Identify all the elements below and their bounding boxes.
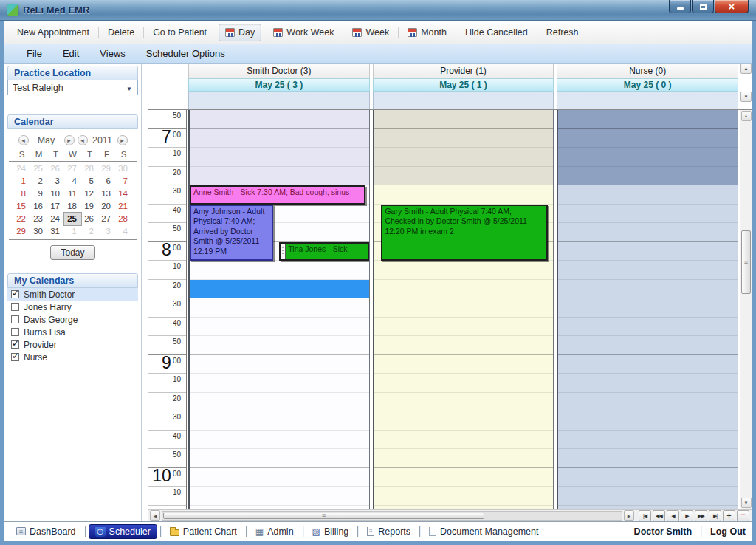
resource-header-nurse-0[interactable]: Nurse (0) xyxy=(557,64,738,78)
taskbar-item-admin[interactable]: Admin xyxy=(250,525,300,538)
calendar-day-cell[interactable]: 30 xyxy=(115,162,132,175)
time-slot[interactable] xyxy=(374,261,554,280)
checkbox-icon[interactable] xyxy=(11,290,19,298)
calendar-day-cell[interactable]: 27 xyxy=(64,162,81,175)
grid-column-1[interactable]: Gary Smith - Adult Physical 7:40 AM; Che… xyxy=(373,110,554,509)
time-slot[interactable] xyxy=(374,298,554,318)
checkbox-icon[interactable] xyxy=(11,328,19,336)
time-slot[interactable] xyxy=(190,129,369,148)
calendar-day-cell[interactable]: 7 xyxy=(115,175,132,188)
allday-scroll-up-button[interactable] xyxy=(740,64,752,74)
horizontal-scrollbar[interactable]: |◀◀◀◀▶▶▶▶|+− xyxy=(148,509,752,521)
calendar-day-cell[interactable]: 28 xyxy=(115,213,132,225)
next-year-button[interactable] xyxy=(117,135,128,145)
time-slot[interactable] xyxy=(558,261,738,280)
time-slot[interactable] xyxy=(374,280,554,299)
calendar-list-item-provider[interactable]: Provider xyxy=(7,338,138,351)
time-slot[interactable] xyxy=(374,393,554,412)
calendar-day-cell[interactable]: 1 xyxy=(13,175,30,188)
time-slot[interactable] xyxy=(190,393,369,412)
appointment[interactable]: Anne Smith - Sick 7:30 AM; Bad cough, si… xyxy=(190,185,365,205)
scroll-down-button[interactable] xyxy=(741,498,752,508)
navigator-button[interactable]: ▶| xyxy=(709,510,721,521)
calendar-day-cell[interactable]: 27 xyxy=(98,213,115,225)
toolbar-button-week[interactable]: Week xyxy=(346,24,396,41)
checkbox-icon[interactable] xyxy=(11,303,19,311)
toolbar-button-work-week[interactable]: Work Week xyxy=(267,24,340,41)
minimize-button[interactable] xyxy=(669,0,691,13)
toolbar-button-refresh[interactable]: Refresh xyxy=(540,24,585,41)
time-slot[interactable] xyxy=(374,355,554,374)
calendar-list-item-nurse[interactable]: Nurse xyxy=(7,351,138,363)
toolbar-button-hide-cancelled[interactable]: Hide Cancelled xyxy=(458,24,535,41)
calendar-day-cell[interactable]: 18 xyxy=(64,200,81,213)
time-slot[interactable] xyxy=(558,242,738,261)
navigator-button[interactable]: ◀◀ xyxy=(653,510,665,521)
time-slot[interactable] xyxy=(558,487,738,506)
taskbar-item-patient-chart[interactable]: Patient Chart xyxy=(164,525,243,538)
toolbar-button-go-to-patient[interactable]: Go to Patient xyxy=(146,24,213,41)
menu-scheduler-options[interactable]: Scheduler Options xyxy=(137,46,234,61)
calendar-day-cell[interactable]: 4 xyxy=(64,175,81,188)
navigator-button[interactable]: ▶▶ xyxy=(695,510,707,521)
navigator-button[interactable]: + xyxy=(723,510,735,521)
calendar-day-cell[interactable]: 4 xyxy=(115,225,132,238)
toolbar-button-delete[interactable]: Delete xyxy=(101,24,141,41)
toolbar-button-new-appointment[interactable]: New Appointment xyxy=(10,24,96,41)
time-slot[interactable] xyxy=(558,110,738,129)
allday-scroll-down-button[interactable] xyxy=(740,92,752,102)
vertical-scroll-track[interactable] xyxy=(740,121,752,498)
calendar-day-cell[interactable]: 22 xyxy=(13,213,30,225)
calendar-day-cell[interactable]: 2 xyxy=(30,175,47,188)
calendar-day-cell[interactable]: 25 xyxy=(64,213,81,225)
time-slot[interactable] xyxy=(374,449,554,468)
taskbar-item-dashboard[interactable]: DashBoard xyxy=(10,525,82,538)
next-month-button[interactable] xyxy=(64,135,75,145)
calendar-day-cell[interactable]: 31 xyxy=(47,225,64,238)
appointment[interactable]: Amy Johnson - Adult Physical 7:40 AM; Ar… xyxy=(190,205,273,261)
calendar-day-cell[interactable]: 20 xyxy=(98,200,115,213)
calendar-day-cell[interactable]: 26 xyxy=(47,162,64,175)
checkbox-icon[interactable] xyxy=(11,353,19,361)
calendar-list-item-burns-lisa[interactable]: Burns Lisa xyxy=(7,326,138,338)
scroll-up-button[interactable] xyxy=(741,111,752,121)
time-slot[interactable] xyxy=(558,431,738,450)
time-slot[interactable] xyxy=(190,355,369,374)
today-button[interactable]: Today xyxy=(50,245,94,260)
navigator-button[interactable]: ◀ xyxy=(667,510,679,521)
appointment[interactable]: Tina Jones - Sick xyxy=(279,242,368,261)
time-slot[interactable] xyxy=(558,223,738,242)
allday-cell-2[interactable] xyxy=(557,92,738,109)
prev-year-button[interactable] xyxy=(78,135,88,145)
calendar-day-cell[interactable]: 23 xyxy=(30,213,47,225)
time-slot[interactable] xyxy=(374,336,554,355)
calendar-day-cell[interactable]: 29 xyxy=(98,162,115,175)
time-slot[interactable] xyxy=(558,280,738,299)
calendar-list-item-davis-george[interactable]: Davis George xyxy=(7,313,138,326)
appointment[interactable]: Gary Smith - Adult Physical 7:40 AM; Che… xyxy=(381,205,548,261)
calendar-day-cell[interactable]: 13 xyxy=(98,188,115,200)
calendar-list-item-smith-doctor[interactable]: Smith Doctor xyxy=(7,288,138,301)
checkbox-icon[interactable] xyxy=(11,340,19,349)
allday-cell-1[interactable] xyxy=(373,92,554,109)
calendar-day-cell[interactable]: 3 xyxy=(47,175,64,188)
time-slot[interactable] xyxy=(190,298,369,318)
time-slot[interactable] xyxy=(374,468,554,487)
calendar-day-cell[interactable]: 24 xyxy=(47,213,64,225)
time-slot[interactable] xyxy=(558,318,738,337)
calendar-day-cell[interactable]: 16 xyxy=(30,200,47,213)
calendar-day-cell[interactable]: 6 xyxy=(98,175,115,188)
appointment-drag-handle[interactable] xyxy=(281,244,286,260)
calendar-day-cell[interactable]: 10 xyxy=(47,188,64,200)
menu-edit[interactable]: Edit xyxy=(54,46,88,61)
time-slot[interactable] xyxy=(190,148,369,167)
taskbar-item-billing[interactable]: Billing xyxy=(306,525,355,538)
time-slot[interactable] xyxy=(558,205,738,224)
time-slot[interactable] xyxy=(190,110,369,129)
time-slot[interactable] xyxy=(558,298,738,318)
time-slot[interactable] xyxy=(558,355,738,374)
maximize-button[interactable] xyxy=(692,0,714,13)
time-slot[interactable] xyxy=(558,167,738,186)
calendar-day-cell[interactable]: 21 xyxy=(115,200,132,213)
time-slot[interactable] xyxy=(190,261,369,280)
